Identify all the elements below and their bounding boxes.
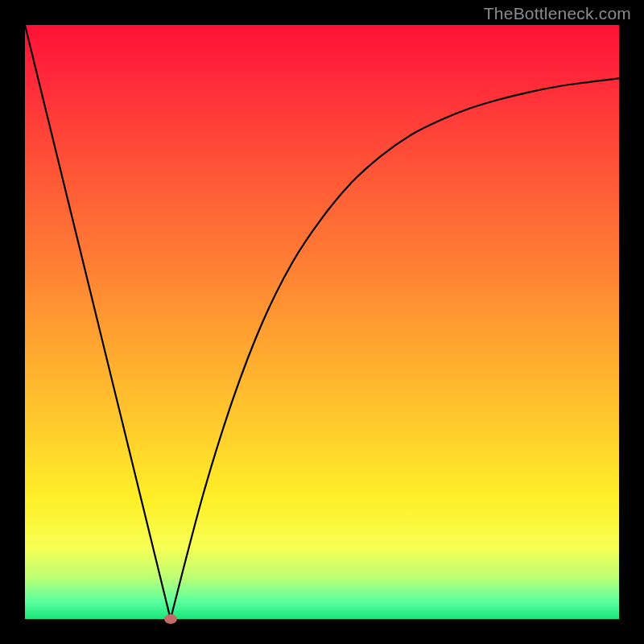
bottleneck-curve <box>25 25 619 619</box>
watermark-text: TheBottleneck.com <box>484 4 631 23</box>
chart-frame: TheBottleneck.com <box>0 0 644 644</box>
minimum-marker <box>164 614 177 624</box>
